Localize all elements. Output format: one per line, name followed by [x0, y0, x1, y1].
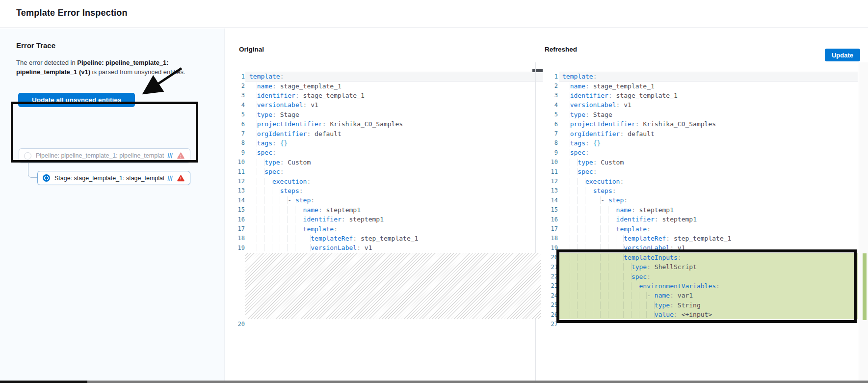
tree-connector-line	[28, 163, 37, 178]
code-line: 12 execution:	[237, 176, 311, 186]
line-number: 8	[237, 139, 245, 146]
code-line: 3 identifier: stage_template_1	[548, 91, 678, 100]
line-number: 9	[237, 149, 245, 156]
line-number: 3	[237, 92, 245, 99]
code-line: 5 type: Stage	[548, 110, 612, 119]
line-number: 6	[237, 121, 245, 128]
line-number: 19	[548, 245, 558, 251]
update-button[interactable]: Update	[825, 49, 860, 61]
code-line: 17 template:	[548, 224, 651, 233]
code-line: 1template:	[548, 72, 597, 81]
line-number: 11	[237, 168, 245, 175]
code-line: 18 templateRef: step_template_1	[237, 234, 418, 243]
line-number: 14	[237, 197, 245, 204]
code-line: 9 spec:	[548, 148, 589, 157]
code-line: 14 - step:	[548, 195, 628, 205]
original-code-editor[interactable]: 1template:2 name: stage_template_13 iden…	[237, 72, 541, 329]
code-line: 15 name: steptemp1	[237, 205, 361, 215]
tree-node-label: Stage: stage_template_1: stage_templat..…	[54, 175, 164, 182]
line-number: 15	[548, 206, 558, 213]
code-line-added: 21 type: ShellScript	[548, 262, 697, 272]
tree-node-label: Pipeline: pipeline_template_1: pipeline_…	[36, 152, 164, 159]
line-number: 27	[548, 321, 558, 328]
code-line-added: 23 environmentVariables:	[548, 281, 720, 291]
code-line: 13 steps:	[237, 186, 303, 195]
code-line: 5 type: Stage	[237, 110, 299, 119]
error-trace-panel: Error Trace The error detected in Pipeli…	[0, 28, 225, 383]
code-line: 6 projectIdentifier: Krishika_CD_Samples	[237, 119, 403, 129]
code-line: 6 projectIdentifier: Krishika_CD_Samples	[548, 119, 716, 129]
line-number: 15	[237, 206, 245, 213]
line-number: 13	[237, 187, 245, 194]
tree-node-pipeline[interactable]: Pipeline: pipeline_template_1: pipeline_…	[19, 148, 190, 163]
error-trace-description: The error detected in Pipeline: pipeline…	[16, 58, 185, 77]
refreshed-pane-label: Refreshed	[545, 46, 577, 53]
bottom-edge-bar-gray	[87, 381, 868, 383]
line-number: 22	[548, 273, 558, 280]
code-line: 11 spec:	[237, 167, 284, 176]
code-line-added: 22 spec:	[548, 272, 651, 281]
line-number: 7	[548, 130, 558, 137]
code-line: 16 identifier: steptemp1	[237, 215, 384, 224]
code-line: 20	[237, 319, 249, 328]
refreshed-code-editor[interactable]: 1template:2 name: stage_template_13 iden…	[548, 72, 858, 329]
line-number: 20	[237, 321, 245, 328]
error-trace-heading: Error Trace	[16, 41, 55, 50]
tree-node-stage[interactable]: Stage: stage_template_1: stage_templat..…	[37, 171, 190, 185]
line-number: 16	[237, 216, 245, 223]
original-pane-label: Original	[239, 46, 264, 53]
overview-ruler-diff-marker	[863, 253, 867, 320]
code-line: 3 identifier: stage_template_1	[237, 91, 365, 100]
template-icon[interactable]	[167, 175, 173, 181]
code-line: 27	[548, 319, 562, 328]
code-line: 18 templateRef: step_template_1	[548, 234, 731, 243]
code-line-added: 24 - name: var1	[548, 291, 693, 300]
code-line: 14 - step:	[237, 195, 315, 205]
line-number: 13	[548, 187, 558, 194]
code-line: 1template:	[237, 72, 284, 81]
line-number: 25	[548, 301, 558, 308]
line-number: 7	[237, 130, 245, 137]
line-number: 11	[548, 168, 558, 175]
line-number: 5	[237, 111, 245, 118]
line-number: 8	[548, 139, 558, 146]
line-number: 18	[548, 235, 558, 242]
line-number: 23	[548, 282, 558, 289]
code-line: 19 versionLabel: v1	[237, 243, 372, 252]
code-line: 10 type: Custom	[237, 158, 311, 167]
page-title: Template Error Inspection	[16, 8, 128, 18]
line-number: 18	[237, 235, 245, 242]
bottom-edge-bar-dark	[0, 381, 87, 383]
update-all-unsynced-entities-button[interactable]: Update all unsynced entities	[18, 93, 135, 107]
code-line: 4 versionLabel: v1	[237, 100, 318, 109]
line-number: 2	[237, 82, 245, 89]
line-number: 24	[548, 292, 558, 299]
line-number: 17	[548, 225, 558, 232]
code-line: 9 spec:	[237, 148, 276, 157]
code-line: 8 tags: {}	[237, 138, 288, 148]
line-number: 4	[237, 102, 245, 109]
code-line: 12 execution:	[548, 176, 624, 186]
code-line: 19 versionLabel: v1	[548, 243, 685, 252]
description-suffix: is parsed from unsynced entities.	[90, 68, 185, 76]
line-number: 26	[548, 311, 558, 318]
pipeline-radio[interactable]	[24, 152, 31, 160]
warning-icon	[177, 174, 185, 182]
code-line-added: 20 templateInputs:	[548, 253, 682, 262]
line-number: 4	[548, 102, 558, 109]
warning-icon	[177, 152, 185, 160]
code-line-added: 26 value: <+input>	[548, 310, 712, 319]
code-line: 17 template:	[237, 224, 338, 233]
line-number: 16	[548, 216, 558, 223]
overview-ruler-scrollbar[interactable]	[859, 62, 868, 381]
line-number: 6	[548, 121, 558, 128]
line-number: 5	[548, 111, 558, 118]
stage-radio[interactable]	[43, 174, 50, 182]
top-bar	[0, 0, 868, 28]
code-line-added: 25 type: String	[548, 301, 701, 310]
line-number: 1	[237, 73, 245, 80]
code-line: 11 spec:	[548, 167, 597, 176]
code-line: 7 orgIdentifier: default	[548, 129, 655, 138]
line-number: 12	[548, 178, 558, 185]
template-icon[interactable]	[167, 153, 173, 159]
